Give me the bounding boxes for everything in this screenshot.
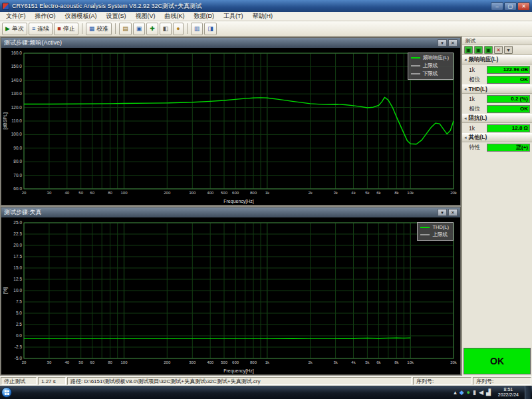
taskbar-clock[interactable]: 8:51 2022/2/24	[495, 387, 521, 398]
tray-network-icon[interactable]: ▟	[486, 390, 491, 396]
result-settings-button[interactable]: ▾	[504, 46, 513, 54]
panel-dropdown-icon[interactable]: ▾	[438, 209, 447, 216]
add-step-button[interactable]: ✚	[146, 23, 158, 35]
result-clear-button[interactable]: ✕	[494, 46, 503, 54]
svg-text:400: 400	[207, 360, 214, 364]
svg-text:60: 60	[90, 360, 94, 364]
panel-close-icon[interactable]: ✕	[448, 39, 458, 47]
result-run-button[interactable]: ▣	[464, 46, 473, 54]
svg-text:200: 200	[164, 360, 171, 364]
result-value: 0.2 (%)	[487, 95, 530, 103]
svg-text:2.5: 2.5	[16, 322, 22, 327]
svg-text:40: 40	[65, 191, 69, 195]
minimize-button[interactable]: –	[491, 2, 503, 11]
svg-text:90.0: 90.0	[13, 146, 22, 150]
svg-text:20: 20	[22, 360, 27, 364]
legend-label: 下限线	[423, 70, 438, 77]
section-title: 其他(L)	[469, 134, 487, 142]
result-section-header[interactable]: ◂频响响应(L)	[462, 55, 532, 65]
single-test-button[interactable]: ▶单次	[2, 23, 27, 35]
result-pass-button[interactable]: ▣	[474, 46, 483, 54]
tray-volume-icon[interactable]: ◀	[479, 390, 483, 396]
layout-icon: ▥	[194, 26, 200, 32]
svg-text:60: 60	[90, 191, 94, 195]
result-value: OK	[487, 76, 530, 84]
frequency-response-chart[interactable]: 60.070.080.090.0100.0110.0120.0130.0140.…	[1, 48, 460, 205]
svg-text:120.0: 120.0	[11, 105, 23, 110]
results-sections: ◂频响响应(L)1k122.96 dB相位OK◂THD(L)1k0.2 (%)相…	[462, 55, 532, 152]
menu-item[interactable]: 数据(D)	[190, 12, 219, 21]
menu-item[interactable]: 设置(S)	[102, 12, 131, 21]
result-label: 相位	[469, 105, 485, 113]
system-tray: ▴◆●▮◀▟	[452, 390, 492, 396]
stop-button[interactable]: ■停止	[54, 23, 78, 35]
result-value: 122.96 dB	[487, 66, 530, 74]
svg-text:70.0: 70.0	[13, 173, 22, 178]
svg-text:1k: 1k	[265, 191, 270, 195]
menu-item[interactable]: 曲线(K)	[160, 12, 190, 21]
result-value: 正(+)	[487, 144, 530, 152]
tray-arrow-icon[interactable]: ▴	[454, 390, 457, 396]
svg-text:6k: 6k	[376, 360, 381, 364]
svg-text:25.0: 25.0	[13, 220, 22, 225]
svg-text:6k: 6k	[376, 191, 381, 195]
legend-label: 频响响应(L)	[423, 55, 449, 61]
svg-text:500: 500	[221, 360, 228, 364]
add-step-icon: ✚	[150, 26, 155, 32]
svg-text:Frequency[Hz]: Frequency[Hz]	[223, 199, 254, 204]
open-button[interactable]: ▤	[119, 23, 132, 35]
svg-text:80: 80	[108, 191, 112, 195]
show-desktop-button[interactable]	[525, 386, 531, 399]
thd-panel: 测试步骤:失真 ▾ ✕ -5.0-2.50.02.55.07.510.012.5…	[1, 207, 461, 375]
legend-label: THD(L)	[432, 224, 449, 230]
chart-legend: THD(L)上限线	[417, 222, 454, 241]
save-button[interactable]: ▣	[133, 23, 146, 35]
status-serial-2[interactable]: 序列号:	[473, 377, 531, 385]
menu-item[interactable]: 文件(F)	[1, 12, 31, 21]
legend-swatch	[411, 57, 420, 59]
legend-label: 上限线	[423, 63, 438, 69]
svg-text:22.5: 22.5	[13, 231, 22, 236]
calibration-button[interactable]: ▦校准	[86, 23, 112, 35]
result-section-header[interactable]: ◂阻抗(L)	[462, 114, 532, 123]
svg-text:80.0: 80.0	[13, 159, 22, 164]
result-value: 12.8 Ω	[487, 124, 530, 132]
result-export-button[interactable]: ▣	[484, 46, 493, 54]
section-collapse-icon: ◂	[464, 135, 467, 140]
tray-safety-icon[interactable]: ●	[467, 390, 470, 396]
title-bar: CRY6151 Electro-acoustic Analysis System…	[0, 0, 532, 12]
result-section-header[interactable]: ◂THD(L)	[462, 84, 532, 94]
status-serial-1[interactable]: 序列号:	[413, 377, 471, 385]
svg-text:2k: 2k	[309, 191, 313, 195]
menu-item[interactable]: 工具(T)	[219, 12, 248, 21]
panel-dropdown-icon[interactable]: ▾	[438, 39, 447, 47]
maximize-button[interactable]: ▢	[504, 2, 517, 11]
svg-text:300: 300	[189, 360, 196, 364]
calibration-icon: ▦	[89, 26, 95, 32]
result-label: 特性	[469, 144, 485, 152]
close-button[interactable]: ✕	[517, 2, 530, 11]
result-section-header[interactable]: ◂其他(L)	[462, 133, 532, 142]
panel-close-icon[interactable]: ✕	[448, 209, 458, 216]
menu-item[interactable]: 帮助(H)	[248, 12, 278, 21]
record-button[interactable]: ●	[173, 23, 183, 35]
menu-item[interactable]: 视图(V)	[131, 12, 160, 21]
svg-text:50: 50	[78, 360, 83, 364]
svg-text:1k: 1k	[265, 360, 270, 364]
stop-icon: ■	[57, 26, 61, 32]
tray-usb-icon[interactable]: ▮	[473, 390, 476, 396]
thd-chart[interactable]: -5.0-2.50.02.55.07.510.012.515.017.520.0…	[1, 217, 460, 374]
report-button[interactable]: ◧	[160, 23, 172, 35]
menu-item[interactable]: 仪器模板(A)	[61, 12, 102, 21]
legend-swatch	[420, 234, 430, 235]
start-button[interactable]	[1, 387, 12, 398]
layout-button[interactable]: ▥	[191, 23, 203, 35]
result-label: 1k	[469, 125, 485, 132]
continuous-test-button[interactable]: ≡连续	[29, 23, 53, 35]
svg-text:-5.0: -5.0	[15, 356, 23, 360]
menu-item[interactable]: 操作(O)	[31, 12, 61, 21]
tray-app-icon[interactable]: ◆	[460, 390, 464, 396]
result-row: 相位OK	[462, 104, 532, 114]
result-row: 1k122.96 dB	[462, 65, 532, 74]
data-view-button[interactable]: ◨	[204, 23, 217, 35]
